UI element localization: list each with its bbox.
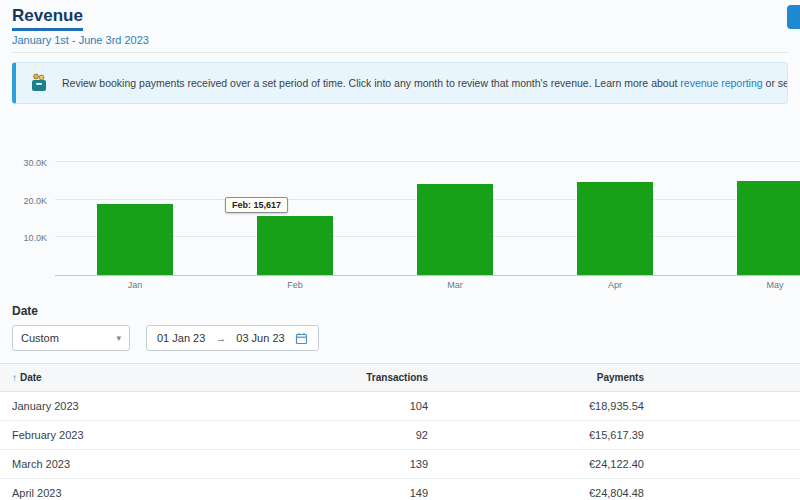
bar-jan[interactable] [97,204,173,275]
cell-payments: €18,935.54 [440,392,656,421]
column-header-filler [656,364,800,392]
page-header: Revenue January 1st - June 3rd 2023 [0,0,800,53]
cell-date: March 2023 [0,450,240,479]
date-preset-value: Custom [21,332,59,344]
x-axis-label-jan: Jan [55,280,215,290]
x-axis-label-apr: Apr [535,280,695,290]
sort-ascending-icon: ↑ [12,372,17,383]
date-preset-select[interactable]: Custom ▾ [12,325,130,351]
banner-text-middle: or see an [763,77,788,89]
header-action-button[interactable] [787,5,800,29]
range-arrow-icon: → [215,332,226,344]
table-row[interactable]: January 2023104€18,935.54 [0,392,800,421]
chart-x-axis: JanFebMarAprMay [55,280,800,294]
gridline [55,161,800,162]
page-title: Revenue [12,6,83,31]
date-filter-section: Date Custom ▾ 01 Jan 23 → 03 Jun 23 [0,304,800,351]
x-axis-label-mar: Mar [375,280,535,290]
header-divider [12,52,788,53]
end-date-input[interactable]: 03 Jun 23 [236,332,284,344]
date-range-subtitle: January 1st - June 3rd 2023 [12,34,788,46]
column-header-transactions[interactable]: Transactions [240,364,440,392]
chart-plot: Feb: 15,617 [55,146,800,276]
x-axis-label-feb: Feb [215,280,375,290]
start-date-input[interactable]: 01 Jan 23 [157,332,205,344]
cell-transactions: 139 [240,450,440,479]
table-row[interactable]: April 2023149€24,804.48 [0,479,800,500]
cell-payments: €24,122.40 [440,450,656,479]
cell-date: February 2023 [0,421,240,450]
column-header-date-label: Date [20,372,42,383]
cell-filler [656,392,800,421]
bar-feb[interactable] [257,216,333,275]
bar-apr[interactable] [577,182,653,275]
revenue-table: ↑Date Transactions Payments January 2023… [0,363,800,500]
cell-transactions: 149 [240,479,440,500]
table-body: January 2023104€18,935.54February 202392… [0,392,800,500]
cell-payments: €15,617.39 [440,421,656,450]
revenue-bar-chart: Feb: 15,617 JanFebMarAprMay 10.0K20.0K30… [0,144,800,298]
banner-text-before: Review booking payments received over a … [62,77,680,89]
x-axis-label-may: May [695,280,800,290]
cell-payments: €24,804.48 [440,479,656,500]
table-header-row: ↑Date Transactions Payments [0,364,800,392]
date-filter-label: Date [12,304,788,318]
payments-icon [28,72,50,94]
cell-filler [656,479,800,500]
cell-transactions: 92 [240,421,440,450]
bar-tooltip: Feb: 15,617 [225,197,288,213]
revenue-reporting-link[interactable]: revenue reporting [680,77,762,89]
y-axis-tick-label: 30.0K [0,158,47,168]
cell-filler [656,450,800,479]
y-axis-tick-label: 10.0K [0,233,47,243]
cell-date: April 2023 [0,479,240,500]
table-row[interactable]: March 2023139€24,122.40 [0,450,800,479]
info-banner: Review booking payments received over a … [12,62,788,104]
calendar-icon[interactable] [295,332,308,345]
banner-text: Review booking payments received over a … [62,77,788,89]
cell-transactions: 104 [240,392,440,421]
table-row[interactable]: February 202392€15,617.39 [0,421,800,450]
column-header-payments[interactable]: Payments [440,364,656,392]
cell-filler [656,421,800,450]
y-axis-tick-label: 20.0K [0,196,47,206]
bar-mar[interactable] [417,184,493,275]
cell-date: January 2023 [0,392,240,421]
chevron-down-icon: ▾ [116,333,121,343]
bar-may[interactable] [737,181,800,275]
column-header-date[interactable]: ↑Date [0,364,240,392]
date-range-picker[interactable]: 01 Jan 23 → 03 Jun 23 [146,325,319,351]
